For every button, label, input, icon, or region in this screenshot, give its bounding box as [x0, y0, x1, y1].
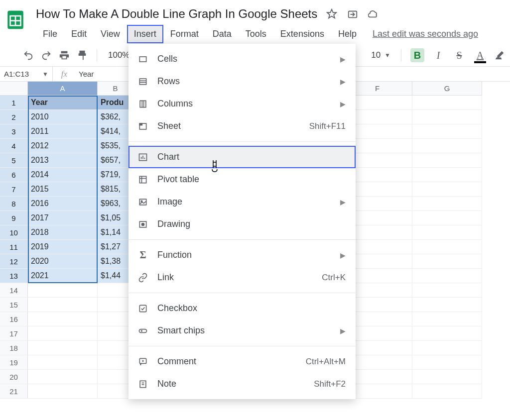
row-header[interactable]: 7: [0, 182, 28, 197]
row-header[interactable]: 10: [0, 225, 28, 240]
cell[interactable]: [412, 341, 482, 355]
name-box[interactable]: A1:C13 ▼: [0, 67, 53, 81]
insert-image[interactable]: Image ▶: [128, 191, 356, 213]
cell[interactable]: [28, 370, 98, 384]
cell[interactable]: 2020: [28, 254, 98, 269]
cell[interactable]: 2012: [28, 139, 98, 153]
cell[interactable]: 2015: [28, 182, 98, 197]
row-header[interactable]: 11: [0, 240, 28, 254]
cell[interactable]: 2016: [28, 197, 98, 211]
cell[interactable]: 2010: [28, 110, 98, 124]
insert-function[interactable]: Σ Function ▶: [128, 244, 356, 266]
insert-checkbox[interactable]: Checkbox: [128, 297, 356, 319]
cell[interactable]: 2018: [28, 225, 98, 240]
cell[interactable]: [412, 96, 482, 110]
row-header[interactable]: 5: [0, 153, 28, 168]
cell[interactable]: Year: [28, 96, 98, 110]
col-header[interactable]: A: [28, 82, 98, 96]
insert-rows[interactable]: Rows ▶: [128, 70, 356, 93]
insert-pivot-table[interactable]: Pivot table: [128, 168, 356, 191]
insert-sheet[interactable]: Sheet Shift+F11: [128, 115, 356, 137]
cell[interactable]: [412, 168, 482, 182]
chevron-down-icon[interactable]: ▼: [384, 52, 390, 59]
menu-edit[interactable]: Edit: [64, 25, 94, 43]
row-header[interactable]: 4: [0, 139, 28, 153]
cell[interactable]: [412, 182, 482, 197]
row-header[interactable]: 16: [0, 312, 28, 326]
cell[interactable]: [412, 153, 482, 168]
row-header[interactable]: 8: [0, 197, 28, 211]
row-header[interactable]: 17: [0, 326, 28, 341]
row-header[interactable]: 20: [0, 370, 28, 384]
insert-columns[interactable]: Columns ▶: [128, 93, 356, 115]
paint-format-icon[interactable]: [77, 50, 88, 61]
col-header[interactable]: G: [412, 82, 482, 96]
menu-file[interactable]: File: [36, 25, 64, 43]
row-header[interactable]: 2: [0, 110, 28, 124]
menu-help[interactable]: Help: [331, 25, 364, 43]
cell[interactable]: [412, 370, 482, 384]
row-header[interactable]: 19: [0, 355, 28, 370]
print-icon[interactable]: [59, 50, 70, 61]
cell[interactable]: [412, 326, 482, 341]
font-size-input[interactable]: 10 ▼: [366, 50, 392, 61]
cell[interactable]: [412, 197, 482, 211]
star-icon[interactable]: [326, 8, 337, 19]
cell[interactable]: [28, 312, 98, 326]
cell[interactable]: 2017: [28, 211, 98, 225]
cell[interactable]: [412, 110, 482, 124]
row-header[interactable]: 21: [0, 384, 28, 399]
insert-chart[interactable]: Chart: [128, 146, 356, 168]
cell[interactable]: [412, 225, 482, 240]
cell[interactable]: [412, 124, 482, 139]
insert-link[interactable]: Link Ctrl+K: [128, 266, 356, 289]
fill-color-icon[interactable]: [494, 50, 505, 61]
cell[interactable]: 2014: [28, 168, 98, 182]
cell[interactable]: [28, 384, 98, 399]
cell[interactable]: [28, 341, 98, 355]
row-header[interactable]: 14: [0, 283, 28, 298]
formula-content[interactable]: Year: [76, 70, 94, 78]
menu-view[interactable]: View: [94, 25, 127, 43]
cell[interactable]: [412, 240, 482, 254]
menu-insert[interactable]: Insert: [127, 25, 163, 43]
insert-note[interactable]: Note Shift+F2: [128, 373, 356, 395]
strikethrough-button[interactable]: S: [452, 50, 466, 61]
row-header[interactable]: 12: [0, 254, 28, 269]
row-header[interactable]: 18: [0, 341, 28, 355]
insert-smart-chips[interactable]: Smart chips ▶: [128, 319, 356, 342]
cell[interactable]: [412, 312, 482, 326]
cell[interactable]: 2019: [28, 240, 98, 254]
row-header[interactable]: 1: [0, 96, 28, 110]
cell[interactable]: [28, 298, 98, 312]
cell[interactable]: [412, 269, 482, 283]
row-header[interactable]: 9: [0, 211, 28, 225]
redo-icon[interactable]: [41, 50, 52, 61]
doc-title[interactable]: How To Make A Double Line Graph In Googl…: [36, 7, 317, 21]
row-header[interactable]: 15: [0, 298, 28, 312]
cell[interactable]: 2011: [28, 124, 98, 139]
row-header[interactable]: 3: [0, 124, 28, 139]
menu-format[interactable]: Format: [163, 25, 206, 43]
cell[interactable]: [28, 326, 98, 341]
menu-data[interactable]: Data: [206, 25, 239, 43]
cell[interactable]: 2013: [28, 153, 98, 168]
chevron-down-icon[interactable]: ▼: [42, 71, 48, 78]
cell[interactable]: [412, 139, 482, 153]
last-edit-link[interactable]: Last edit was seconds ago: [373, 29, 478, 39]
cell[interactable]: [412, 283, 482, 298]
insert-comment[interactable]: Comment Ctrl+Alt+M: [128, 350, 356, 373]
cell[interactable]: [28, 283, 98, 298]
cell[interactable]: [412, 384, 482, 399]
text-color-button[interactable]: A: [473, 50, 487, 61]
row-header[interactable]: 13: [0, 269, 28, 283]
italic-button[interactable]: I: [431, 50, 445, 61]
cell[interactable]: [412, 254, 482, 269]
cell[interactable]: [28, 355, 98, 370]
cell[interactable]: [412, 355, 482, 370]
cloud-status-icon[interactable]: [368, 8, 379, 19]
insert-cells[interactable]: Cells ▶: [128, 48, 356, 70]
zoom-select[interactable]: 100%: [106, 50, 131, 60]
cell[interactable]: 2021: [28, 269, 98, 283]
cell[interactable]: [412, 298, 482, 312]
